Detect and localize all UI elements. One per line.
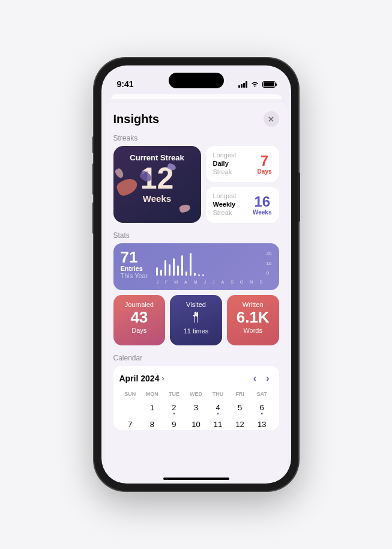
written-card[interactable]: Written 6.1K Words <box>227 295 279 345</box>
calendar-day[interactable]: 6 <box>251 399 273 416</box>
chart-bar <box>160 270 162 276</box>
chart-bar <box>194 273 196 276</box>
weekly-l2: Weekly <box>213 201 237 209</box>
current-streak-card[interactable]: Current Streak 12 Weeks <box>113 146 201 223</box>
calendar-day[interactable]: 1 <box>141 399 163 416</box>
weekly-unit: Weeks <box>253 209 272 216</box>
chart-bar <box>190 253 191 276</box>
visited-title: Visited <box>173 301 219 308</box>
entries-card[interactable]: 71 Entries This Year JFMAMJJASOND 20 10 … <box>113 243 279 290</box>
current-streak-title: Current Streak <box>121 153 194 162</box>
calendar-day-header: WED <box>185 389 207 399</box>
chart-bar <box>173 258 175 276</box>
chevron-right-icon: › <box>161 374 164 383</box>
chart-bar <box>181 255 183 276</box>
volume-down-button <box>92 202 94 234</box>
daily-l2: Daily <box>213 160 237 168</box>
written-unit: Words <box>231 327 276 334</box>
section-label-calendar: Calendar <box>113 354 279 362</box>
weekly-l3: Streak <box>213 209 237 217</box>
side-button <box>92 136 94 153</box>
chart-bar <box>164 260 166 276</box>
status-time: 9:41 <box>117 79 134 89</box>
visited-card[interactable]: Visited 11 times <box>170 295 222 345</box>
calendar-day-header: SAT <box>251 389 273 399</box>
journaled-card[interactable]: Journaled 43 Days <box>113 295 166 345</box>
calendar-day[interactable]: 13 <box>251 416 273 430</box>
calendar-day[interactable]: 10 <box>185 416 207 430</box>
longest-weekly-streak-card[interactable]: Longest Weekly Streak 16 Weeks <box>206 187 279 223</box>
written-title: Written <box>231 301 276 308</box>
chart-bar <box>202 274 204 276</box>
insights-sheet: Insights ✕ Streaks Current Streak 12 Wee… <box>105 103 288 482</box>
background-sheet <box>111 94 282 99</box>
entries-label: Entries <box>121 265 148 272</box>
entries-value: 71 <box>121 249 148 265</box>
visited-value: 11 times <box>173 327 219 335</box>
calendar-day-header: THU <box>207 389 229 399</box>
calendar-day[interactable]: 3 <box>185 399 207 416</box>
written-value: 6.1K <box>231 308 276 327</box>
power-button <box>298 172 300 222</box>
chart-yaxis: 20 10 0 <box>267 249 272 284</box>
section-label-streaks: Streaks <box>113 134 279 142</box>
calendar-card: April 2024 › ‹ › SUNMONTUEWEDTHUFRISAT12… <box>113 366 279 430</box>
calendar-day[interactable]: 7 <box>119 416 142 430</box>
calendar-prev-button[interactable]: ‹ <box>253 373 256 384</box>
weekly-value: 16 <box>253 195 272 209</box>
screen: 9:41 Insights ✕ Streaks <box>101 65 291 484</box>
utensils-icon <box>190 311 202 324</box>
calendar-day[interactable]: 8 <box>141 416 163 430</box>
close-icon: ✕ <box>268 115 274 124</box>
home-indicator[interactable] <box>163 478 229 480</box>
calendar-day[interactable]: 2 <box>163 399 185 416</box>
chart-bar <box>169 264 170 276</box>
calendar-day[interactable]: 5 <box>229 399 251 416</box>
calendar-day-header: TUE <box>163 389 185 399</box>
calendar-month-picker[interactable]: April 2024 › <box>119 374 253 383</box>
phone-frame: 9:41 Insights ✕ Streaks <box>94 58 298 491</box>
calendar-month-label: April 2024 <box>119 374 160 383</box>
journaled-value: 43 <box>117 308 162 327</box>
petal-decoration <box>178 204 190 213</box>
section-label-stats: Stats <box>113 231 279 240</box>
longest-daily-streak-card[interactable]: Longest Daily Streak 7 Days <box>206 146 279 182</box>
cellular-icon <box>238 81 247 88</box>
volume-up-button <box>92 163 94 195</box>
calendar-next-button[interactable]: › <box>266 373 269 384</box>
calendar-day-header: SUN <box>119 389 142 399</box>
entries-sublabel: This Year <box>121 272 148 279</box>
chart-bar <box>185 271 187 276</box>
calendar-day-header: FRI <box>229 389 251 399</box>
battery-icon <box>262 81 276 88</box>
calendar-day[interactable]: 9 <box>163 416 185 430</box>
journaled-unit: Days <box>117 327 162 334</box>
chart-bar <box>198 274 200 276</box>
entries-bar-chart: JFMAMJJASOND <box>148 249 266 284</box>
wifi-icon <box>250 81 259 88</box>
calendar-day-header: MON <box>141 389 163 399</box>
daily-unit: Days <box>258 168 272 175</box>
journaled-title: Journaled <box>117 301 162 308</box>
calendar-day[interactable]: 11 <box>207 416 229 430</box>
calendar-day[interactable]: 12 <box>229 416 251 430</box>
calendar-day[interactable]: 4 <box>207 399 229 416</box>
page-title: Insights <box>113 112 160 126</box>
daily-l3: Streak <box>213 168 237 177</box>
chart-bar <box>177 265 179 276</box>
current-streak-unit: Weeks <box>121 193 194 204</box>
calendar-day <box>119 399 142 416</box>
close-button[interactable]: ✕ <box>264 111 279 127</box>
chart-bar <box>156 267 158 276</box>
daily-value: 7 <box>258 154 272 168</box>
dynamic-island <box>169 73 224 88</box>
daily-l1: Longest <box>213 151 237 160</box>
calendar-grid: SUNMONTUEWEDTHUFRISAT12345678910111213 <box>119 389 273 430</box>
weekly-l1: Longest <box>213 192 237 201</box>
